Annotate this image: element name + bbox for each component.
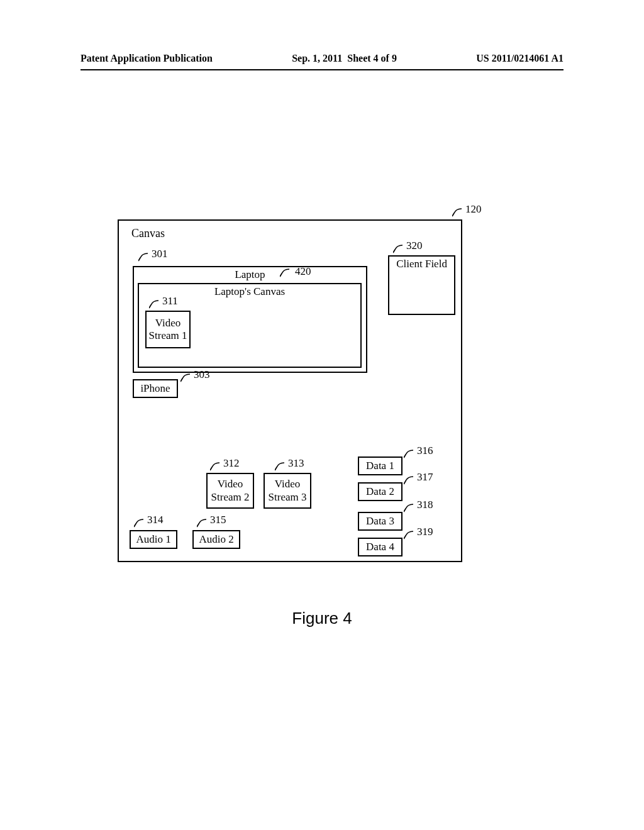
iphone-label: iPhone	[140, 382, 170, 395]
ref-313: 313	[288, 457, 304, 470]
client-field-label: Client Field	[396, 258, 447, 270]
hook-319	[404, 530, 415, 540]
hook-316	[404, 449, 415, 458]
ref-318: 318	[417, 499, 433, 511]
ref-314: 314	[147, 514, 164, 526]
hook-301	[138, 252, 150, 262]
ref-319: 319	[417, 526, 433, 538]
data-1-box-316: Data 1	[358, 456, 402, 475]
data-3-box-318: Data 3	[358, 512, 402, 531]
hook-320	[393, 244, 404, 253]
ref-316: 316	[417, 445, 433, 457]
ref-303: 303	[194, 368, 210, 381]
hook-312	[210, 462, 221, 471]
laptops-canvas-label: Laptop's Canvas	[214, 285, 285, 298]
hook-311	[149, 299, 160, 309]
ref-420: 420	[295, 265, 311, 278]
header-left: Patent Application Publication	[80, 53, 213, 69]
header-center: Sep. 1, 2011 Sheet 4 of 9	[292, 53, 397, 69]
figure-caption: Figure 4	[0, 609, 644, 628]
client-field-box-320: Client Field	[388, 255, 455, 315]
hook-120	[452, 208, 464, 217]
data-2-label: Data 2	[366, 485, 394, 498]
ref-311: 311	[162, 295, 178, 307]
data-2-box-317: Data 2	[358, 482, 402, 501]
canvas-label: Canvas	[131, 227, 165, 240]
audio-1-label: Audio 1	[136, 533, 170, 546]
patent-page: Patent Application Publication Sep. 1, 2…	[0, 0, 644, 830]
laptop-label: Laptop	[235, 268, 265, 281]
iphone-box-303: iPhone	[133, 379, 178, 398]
data-3-label: Data 3	[366, 515, 394, 528]
ref-315: 315	[210, 514, 226, 526]
audio-2-label: Audio 2	[199, 533, 233, 546]
video-stream-2-box-312: Video Stream 2	[206, 473, 254, 509]
video-stream-3-box-313: Video Stream 3	[264, 473, 311, 509]
ref-317: 317	[417, 471, 433, 484]
data-1-label: Data 1	[366, 460, 394, 472]
hook-420	[280, 268, 291, 277]
ref-320: 320	[406, 240, 423, 252]
ref-120: 120	[465, 203, 482, 216]
audio-1-box-314: Audio 1	[130, 530, 177, 549]
ref-312: 312	[223, 457, 240, 470]
hook-303	[180, 373, 192, 382]
audio-2-box-315: Audio 2	[192, 530, 240, 549]
hook-314	[134, 518, 145, 528]
ref-301: 301	[152, 248, 168, 260]
hook-313	[275, 462, 286, 471]
data-4-label: Data 4	[366, 541, 394, 553]
page-header: Patent Application Publication Sep. 1, 2…	[80, 53, 564, 70]
data-4-box-319: Data 4	[358, 538, 402, 556]
header-right: US 2011/0214061 A1	[476, 53, 564, 69]
hook-317	[404, 475, 415, 485]
video-stream-1-box-311: Video Stream 1	[145, 311, 191, 348]
hook-315	[197, 518, 208, 528]
hook-318	[404, 503, 415, 512]
